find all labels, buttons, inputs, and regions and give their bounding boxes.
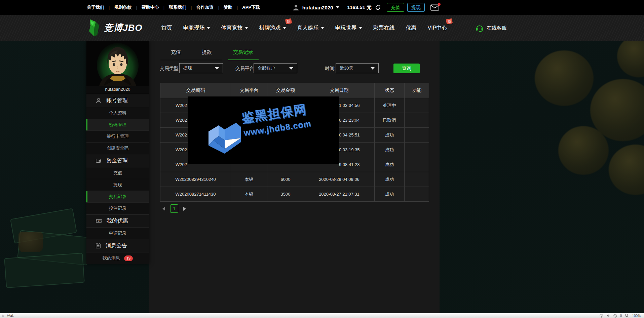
- sidebar-item[interactable]: 密码管理: [86, 119, 149, 130]
- nav-item[interactable]: 彩票在线: [373, 25, 395, 32]
- separator: |: [109, 5, 110, 10]
- nav-menu: 首页电竞现场体育竞技棋牌游戏新真人娱乐电玩世界彩票在线优惠VIP中心新: [161, 25, 447, 32]
- sidebar-item[interactable]: 充值: [86, 167, 149, 179]
- cell-code: W202008294310240: [160, 172, 231, 187]
- sidebar-section-header[interactable]: ¥我的优惠: [86, 214, 149, 227]
- cell-actions: [405, 98, 429, 113]
- blocked-popups-icon[interactable]: [613, 314, 617, 318]
- customer-service[interactable]: 在线客服: [476, 24, 507, 32]
- sidebar-section-title: 账号管理: [106, 97, 128, 104]
- tab-item[interactable]: 提款: [191, 49, 222, 60]
- main-panel: 充值提款交易记录 交易类型: 提现 交易平台: 全部账户 时间: 近30天 查询…: [149, 41, 440, 314]
- sidebar-item[interactable]: 我的消息19: [86, 252, 149, 264]
- withdraw-button[interactable]: 提现: [407, 3, 425, 12]
- sidebar-section-title: 我的优惠: [107, 217, 128, 225]
- separator: |: [237, 5, 238, 10]
- chevron-down-icon: [359, 27, 362, 29]
- headset-icon: [476, 24, 484, 32]
- mail-icon[interactable]: [430, 4, 439, 11]
- nav-item-label: 电竞现场: [183, 25, 205, 32]
- chevron-down-icon: [215, 67, 219, 70]
- topbar-link[interactable]: 联系我们: [169, 4, 186, 10]
- sidebar-section-header[interactable]: 消息公告: [86, 239, 149, 252]
- sidebar-item[interactable]: 提现: [86, 179, 149, 191]
- chevron-down-icon[interactable]: [336, 6, 339, 8]
- unread-count-badge: 19: [124, 255, 133, 261]
- nav-item[interactable]: 电竞现场: [183, 25, 210, 32]
- page-number[interactable]: 1: [170, 204, 178, 213]
- platform-select[interactable]: 全部账户: [254, 63, 297, 73]
- sidebar-section-title: 消息公告: [106, 242, 127, 249]
- cell-amount: 3500: [267, 187, 304, 201]
- tab-item[interactable]: 充值: [160, 49, 191, 60]
- time-range-select[interactable]: 近30天: [336, 63, 379, 73]
- nav-item[interactable]: VIP中心新: [428, 25, 447, 32]
- refresh-icon[interactable]: [375, 4, 381, 11]
- recharge-button[interactable]: 充值: [387, 3, 404, 12]
- cell-date: 2020-08-27 21:07:31: [304, 187, 375, 201]
- chevron-down-icon: [321, 27, 324, 29]
- sidebar-item[interactable]: 申请记录: [86, 227, 149, 239]
- nav-item[interactable]: 真人娱乐: [297, 25, 324, 32]
- user-icon: [96, 97, 102, 104]
- speaker-icon[interactable]: [606, 314, 610, 318]
- nav-item-label: 真人娱乐: [297, 25, 319, 32]
- wallet-icon: [96, 158, 102, 164]
- cell-platform: 本银: [231, 187, 267, 201]
- chevron-down-icon: [283, 27, 286, 29]
- prev-page-button[interactable]: [162, 207, 165, 211]
- table-row: W202008294310240本银60002020-08-29 04:09:0…: [160, 172, 429, 187]
- nav-item[interactable]: 首页: [161, 25, 172, 32]
- cell-status: 成功: [375, 187, 405, 201]
- transaction-type-value: 提现: [183, 65, 192, 71]
- sidebar-item[interactable]: 创建安全码: [86, 142, 149, 154]
- nav-item-label: 彩票在线: [373, 25, 395, 32]
- nav-item[interactable]: 体育竞技: [221, 25, 248, 32]
- cell-actions: [405, 143, 429, 157]
- cell-actions: [405, 128, 429, 142]
- transaction-type-select[interactable]: 提现: [179, 63, 223, 73]
- watermark-logo: [207, 121, 242, 156]
- sidebar-section-header[interactable]: 账号管理: [86, 94, 149, 107]
- nav-item-label: 优惠: [406, 25, 417, 32]
- topbar-link[interactable]: 关于我们: [87, 4, 104, 10]
- sidebar-item[interactable]: 个人资料: [86, 107, 149, 119]
- cell-platform: 本银: [231, 172, 267, 187]
- svg-text:¥: ¥: [98, 220, 100, 223]
- sidebar-item[interactable]: 银行卡管理: [86, 130, 149, 142]
- topbar-link[interactable]: APP下载: [242, 4, 260, 10]
- cell-actions: [405, 113, 429, 127]
- nav-item[interactable]: 电玩世界: [335, 25, 362, 32]
- topbar-link[interactable]: 合作加盟: [196, 4, 214, 10]
- pot-decor: [18, 232, 43, 252]
- avatar: [86, 41, 149, 86]
- status-bar: |▷ 完成 0 100%: [0, 313, 644, 318]
- tab-active[interactable]: 交易记录: [228, 49, 259, 60]
- sidebar-section-header[interactable]: 资金管理: [86, 154, 149, 167]
- next-page-button[interactable]: [183, 207, 186, 211]
- customer-service-label: 在线客服: [487, 25, 507, 31]
- separator: |: [218, 5, 219, 10]
- sidebar-item[interactable]: 投注记录: [86, 202, 149, 214]
- search-button[interactable]: 查询: [393, 64, 420, 73]
- security-check-icon[interactable]: [600, 314, 603, 318]
- username[interactable]: hufatian2020: [302, 5, 333, 10]
- cell-status: 成功: [375, 128, 405, 142]
- topbar-link[interactable]: 帮助中心: [142, 4, 159, 10]
- column-header: 功能: [405, 83, 429, 98]
- topbar-link[interactable]: 赞助: [224, 4, 232, 10]
- logo[interactable]: 竞博JBO: [86, 18, 143, 37]
- sidebar-item[interactable]: 交易记录: [86, 191, 149, 202]
- sidebar-section-title: 资金管理: [106, 157, 128, 164]
- clipboard-icon: [96, 243, 101, 249]
- sidebar: hufatian2020 账号管理个人资料密码管理银行卡管理创建安全码资金管理充…: [86, 41, 149, 264]
- blocked-count: 0: [620, 314, 622, 318]
- topbar-links: 关于我们|规则条款|帮助中心|联系我们|合作加盟|赞助|APP下载: [87, 4, 260, 10]
- nav-item[interactable]: 棋牌游戏新: [259, 25, 286, 32]
- nav-item[interactable]: 优惠: [406, 25, 417, 32]
- column-header: 交易平台: [231, 83, 267, 98]
- zoom-icon[interactable]: [625, 314, 629, 318]
- topbar-link[interactable]: 规则条款: [114, 4, 131, 10]
- chevron-down-icon: [371, 67, 375, 70]
- tabs: 充值提款交易记录: [160, 49, 259, 60]
